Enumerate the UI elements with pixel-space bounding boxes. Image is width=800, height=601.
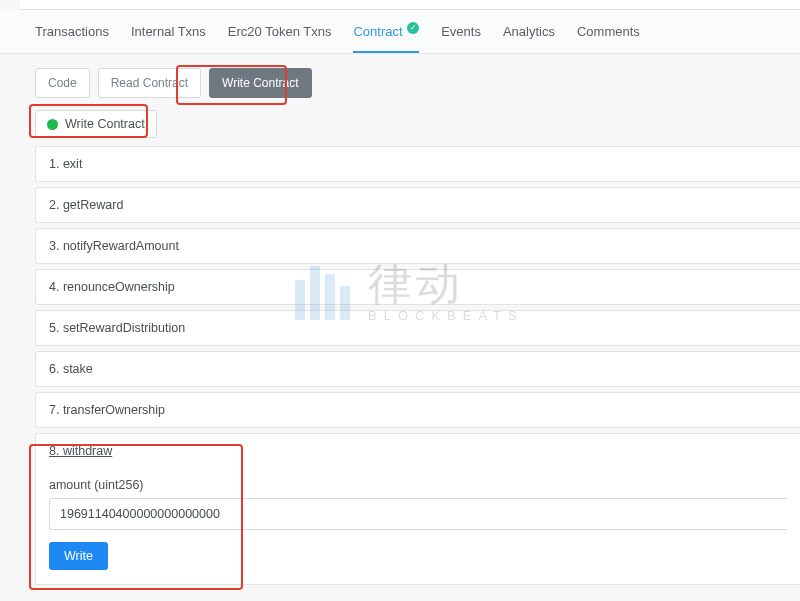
- fn-notifyrewardamount[interactable]: 3. notifyRewardAmount: [35, 228, 800, 264]
- tab-contract-label: Contract: [353, 24, 402, 39]
- fn-exit[interactable]: 1. exit: [35, 146, 800, 182]
- tab-analytics[interactable]: Analytics: [503, 24, 555, 53]
- contract-subtabs: Code Read Contract Write Contract: [0, 54, 800, 108]
- tab-contract[interactable]: Contract ✓: [353, 24, 419, 53]
- tab-events[interactable]: Events: [441, 24, 481, 53]
- write-button[interactable]: Write: [49, 542, 108, 570]
- param-amount-input[interactable]: [49, 498, 787, 530]
- verified-check-icon: ✓: [407, 22, 419, 34]
- fn-transferownership[interactable]: 7. transferOwnership: [35, 392, 800, 428]
- param-amount-label: amount (uint256): [49, 478, 787, 492]
- fn-setrewarddistribution[interactable]: 5. setRewardDistribution: [35, 310, 800, 346]
- write-contract-status: Write Contract: [35, 110, 157, 138]
- tab-transactions[interactable]: Transactions: [35, 24, 109, 53]
- fn-getreward[interactable]: 2. getReward: [35, 187, 800, 223]
- tab-internal-txns[interactable]: Internal Txns: [131, 24, 206, 53]
- subtab-code[interactable]: Code: [35, 68, 90, 98]
- status-dot-icon: [47, 119, 58, 130]
- write-functions-list: 1. exit 2. getReward 3. notifyRewardAmou…: [35, 146, 800, 585]
- fn-withdraw[interactable]: 8. withdraw: [35, 433, 800, 468]
- search-bar-edge: [20, 0, 800, 10]
- subtab-write-contract[interactable]: Write Contract: [209, 68, 311, 98]
- subtab-read-contract[interactable]: Read Contract: [98, 68, 201, 98]
- tab-erc20-token-txns[interactable]: Erc20 Token Txns: [228, 24, 332, 53]
- tab-comments[interactable]: Comments: [577, 24, 640, 53]
- fn-renounceownership[interactable]: 4. renounceOwnership: [35, 269, 800, 305]
- fn-stake[interactable]: 6. stake: [35, 351, 800, 387]
- fn-withdraw-body: amount (uint256) Write: [35, 468, 800, 585]
- main-tabs: Transactions Internal Txns Erc20 Token T…: [0, 10, 800, 54]
- status-label: Write Contract: [65, 117, 145, 131]
